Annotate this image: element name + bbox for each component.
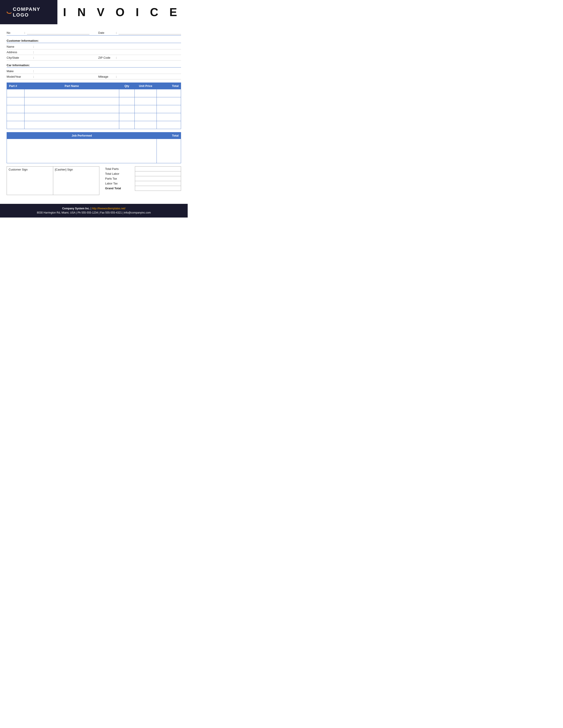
parts-partname-4[interactable] (24, 113, 119, 121)
parts-total-5[interactable] (157, 121, 181, 129)
total-parts-value[interactable] (135, 167, 181, 171)
totals-area: Total Parts Total Labor Parts Tax Labor … (104, 166, 181, 191)
customer-address-row: Address : (7, 49, 181, 55)
job-description-cell[interactable] (7, 139, 157, 163)
parts-partnum-2[interactable] (7, 97, 24, 105)
car-make-row: Make : (7, 68, 181, 74)
car-info-section: Car Information: Make : Model/Year : Mil… (7, 64, 181, 79)
car-make-label: Make (7, 69, 33, 73)
svg-point-0 (7, 11, 11, 13)
table-row (7, 97, 181, 105)
footer-line-2: 8030 Harrington Rd, Miami, USA | Ph 555-… (4, 211, 183, 215)
customer-sign-label: Customer Sign (9, 168, 28, 171)
parts-unitprice-2[interactable] (135, 97, 157, 105)
parts-total-2[interactable] (157, 97, 181, 105)
logo-swoosh-icon (4, 10, 11, 15)
customer-info-section: Customer Information: Name : Address : C… (7, 39, 181, 60)
customer-address-colon: : (33, 51, 34, 54)
parts-total-3[interactable] (157, 105, 181, 113)
no-colon: : (24, 31, 25, 34)
parts-unitprice-4[interactable] (135, 113, 157, 121)
car-mileage-colon: : (116, 75, 117, 78)
parts-partname-5[interactable] (24, 121, 119, 129)
date-value-line[interactable] (118, 31, 181, 34)
parts-header-total: Total (157, 83, 181, 89)
parts-qty-3[interactable] (119, 105, 135, 113)
no-value-line[interactable] (27, 31, 89, 34)
car-info-title: Car Information: (7, 64, 181, 68)
parts-partnum-5[interactable] (7, 121, 24, 129)
invoice-title: I N V O I C E (63, 6, 181, 19)
page-header: COMPANY LOGO I N V O I C E (0, 0, 188, 24)
parts-partname-2[interactable] (24, 97, 119, 105)
car-model-value[interactable] (36, 75, 89, 78)
customer-sign-box: Customer Sign (7, 166, 53, 195)
parts-header-partname: Part Name (24, 83, 119, 89)
customer-name-colon: : (33, 45, 34, 48)
car-make-value[interactable] (36, 69, 181, 73)
parts-unitprice-1[interactable] (135, 89, 157, 97)
logo-area: COMPANY LOGO (0, 0, 57, 24)
customer-name-value[interactable] (36, 45, 181, 48)
customer-name-row: Name : (7, 44, 181, 49)
page-footer: Company System Inc. | http://freewordtem… (0, 204, 188, 218)
parts-partnum-4[interactable] (7, 113, 24, 121)
total-labor-label: Total Labor (104, 171, 135, 176)
customer-city-value[interactable] (36, 56, 89, 59)
grand-total-label: Grand Total (104, 186, 135, 191)
parts-tax-label: Parts Tax (104, 176, 135, 181)
parts-unitprice-5[interactable] (135, 121, 157, 129)
customer-zip-value[interactable] (118, 56, 181, 59)
car-mileage-value[interactable] (118, 75, 181, 78)
labor-tax-label: Labor Tax (104, 181, 135, 186)
grand-total-row: Grand Total (104, 186, 181, 191)
parts-partname-1[interactable] (24, 89, 119, 97)
parts-qty-1[interactable] (119, 89, 135, 97)
job-total-cell[interactable] (157, 139, 181, 163)
footer-website-link[interactable]: http://freewordtemplates.net/ (92, 207, 125, 210)
table-row (7, 139, 181, 163)
table-row (7, 105, 181, 113)
car-mileage-group: Mileage : (98, 74, 181, 79)
customer-city-colon: : (33, 56, 34, 59)
parts-unitprice-3[interactable] (135, 105, 157, 113)
customer-city-state-group: City/State : (7, 55, 89, 60)
job-table-header-row: Job Performed Total (7, 132, 181, 139)
company-logo: COMPANY LOGO (4, 6, 53, 18)
date-label: Date (98, 31, 116, 34)
invoice-title-area: I N V O I C E (57, 0, 188, 24)
customer-zip-colon: : (116, 56, 117, 59)
total-parts-label: Total Parts (104, 167, 135, 171)
parts-partname-3[interactable] (24, 105, 119, 113)
footer-line-1: Company System Inc. | http://freewordtem… (4, 206, 183, 211)
parts-table-header-row: Part # Part Name Qty Unit Price Total (7, 83, 181, 89)
total-labor-value[interactable] (135, 171, 181, 176)
car-mileage-label: Mileage (98, 75, 116, 78)
job-table: Job Performed Total (7, 132, 181, 163)
parts-partnum-1[interactable] (7, 89, 24, 97)
sign-boxes-container: Customer Sign [Cashier] Sign (7, 166, 99, 195)
totals-table: Total Parts Total Labor Parts Tax Labor … (104, 166, 181, 191)
date-field-group: Date : (98, 31, 181, 34)
job-header-job: Job Performed (7, 132, 157, 139)
parts-table: Part # Part Name Qty Unit Price Total (7, 83, 181, 129)
customer-address-label: Address (7, 51, 33, 54)
customer-address-value[interactable] (36, 50, 181, 54)
parts-qty-2[interactable] (119, 97, 135, 105)
parts-qty-5[interactable] (119, 121, 135, 129)
no-field-group: No : (7, 31, 89, 34)
footer-company-name: Company System Inc. (62, 207, 90, 210)
parts-partnum-3[interactable] (7, 105, 24, 113)
total-parts-row: Total Parts (104, 167, 181, 171)
parts-qty-4[interactable] (119, 113, 135, 121)
parts-header-partnum: Part # (7, 83, 24, 89)
parts-total-4[interactable] (157, 113, 181, 121)
labor-tax-value[interactable] (135, 181, 181, 186)
parts-total-1[interactable] (157, 89, 181, 97)
customer-zip-label: ZIP Code (98, 56, 116, 59)
table-row (7, 121, 181, 129)
table-row (7, 113, 181, 121)
main-content: No : Date : Customer Information: Name :… (0, 24, 188, 197)
grand-total-value[interactable] (135, 186, 181, 191)
parts-tax-value[interactable] (135, 176, 181, 181)
